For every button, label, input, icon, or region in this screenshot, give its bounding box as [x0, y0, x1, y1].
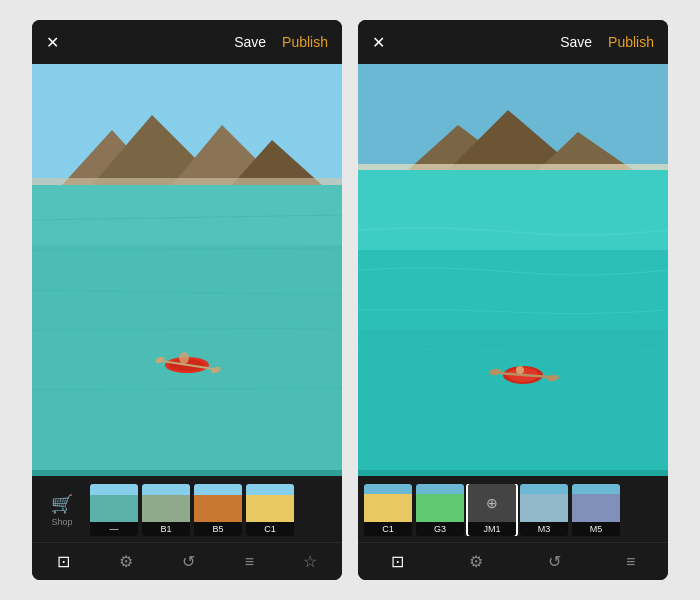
svg-rect-7	[32, 185, 342, 245]
filter-thumb-jm1[interactable]: ⊕ JM1	[468, 484, 516, 536]
filter-label-c1: C1	[246, 522, 294, 536]
svg-rect-25	[358, 170, 668, 250]
shop-cart-icon: 🛒	[51, 493, 73, 515]
filter-thumb-b5[interactable]: B5	[194, 484, 242, 536]
filter-row-right: C1 G3 ⊕ JM1 M3 M5	[364, 484, 662, 536]
svg-point-33	[516, 366, 524, 374]
toolbar-revert-icon[interactable]: ↺	[182, 552, 195, 571]
bottom-toolbar-left: ⊡ ⚙ ↺ ≡ ☆	[32, 542, 342, 580]
filter-label-b1: B1	[142, 522, 190, 536]
filter-label-none: —	[90, 522, 138, 536]
toolbar-menu-icon-right[interactable]: ≡	[626, 553, 635, 571]
image-area-right	[358, 64, 668, 476]
toolbar-revert-icon-right[interactable]: ↺	[548, 552, 561, 571]
filter-shop-label: Shop	[51, 517, 72, 527]
toolbar-menu-icon[interactable]: ≡	[245, 553, 254, 571]
save-button-left[interactable]: Save	[234, 34, 266, 50]
filter-thumb-c1-right[interactable]: C1	[364, 484, 412, 536]
toolbar-adjust-icon[interactable]: ⚙	[119, 552, 133, 571]
filter-thumb-m5[interactable]: M5	[572, 484, 620, 536]
publish-button-right[interactable]: Publish	[608, 34, 654, 50]
save-button-right[interactable]: Save	[560, 34, 592, 50]
scene-right	[358, 64, 668, 476]
svg-rect-27	[358, 330, 668, 470]
filter-thumb-none[interactable]: —	[90, 484, 138, 536]
close-button-right[interactable]: ✕	[372, 33, 385, 52]
jm1-overlay: ⊕	[468, 484, 516, 522]
filter-label-jm1: JM1	[468, 522, 516, 536]
toolbar-adjust-icon-right[interactable]: ⚙	[469, 552, 483, 571]
top-bar-actions-left: Save Publish	[234, 34, 328, 50]
left-panel: ✕ Save Publish	[32, 20, 342, 580]
bottom-toolbar-right: ⊡ ⚙ ↺ ≡	[358, 542, 668, 580]
filter-thumb-m3[interactable]: M3	[520, 484, 568, 536]
toolbar-image-icon-right[interactable]: ⊡	[391, 552, 404, 571]
filter-label-m3: M3	[520, 522, 568, 536]
top-bar-actions-right: Save Publish	[560, 34, 654, 50]
publish-button-left[interactable]: Publish	[282, 34, 328, 50]
filter-row-left: 🛒 Shop — B1 B5 C1	[38, 484, 336, 536]
filter-thumb-b1[interactable]: B1	[142, 484, 190, 536]
top-bar-right: ✕ Save Publish	[358, 20, 668, 64]
filter-thumb-c1[interactable]: C1	[246, 484, 294, 536]
close-button-left[interactable]: ✕	[46, 33, 59, 52]
svg-point-13	[179, 352, 189, 364]
toolbar-image-icon[interactable]: ⊡	[57, 552, 70, 571]
image-area-left	[32, 64, 342, 476]
filter-shop-left[interactable]: 🛒 Shop	[38, 484, 86, 536]
toolbar-star-icon[interactable]: ☆	[303, 552, 317, 571]
filter-label-b5: B5	[194, 522, 242, 536]
filter-strip-left: 🛒 Shop — B1 B5 C1	[32, 476, 342, 542]
top-bar-left: ✕ Save Publish	[32, 20, 342, 64]
filter-label-m5: M5	[572, 522, 620, 536]
right-panel: ✕ Save Publish	[358, 20, 668, 580]
filter-label-g3: G3	[416, 522, 464, 536]
filter-thumb-g3[interactable]: G3	[416, 484, 464, 536]
filter-strip-right: C1 G3 ⊕ JM1 M3 M5	[358, 476, 668, 542]
svg-rect-26	[358, 250, 668, 330]
scene-left	[32, 64, 342, 476]
filter-label-c1-right: C1	[364, 522, 412, 536]
